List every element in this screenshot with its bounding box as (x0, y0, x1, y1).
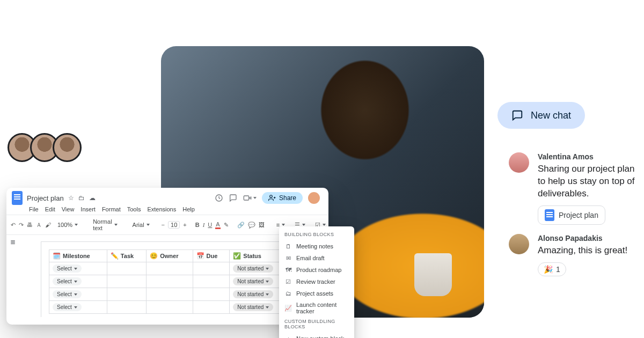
increase-font-icon[interactable]: + (183, 221, 186, 229)
reaction-chip[interactable]: 🎉 1 (538, 262, 566, 276)
milestone-select-chip[interactable]: Select (53, 303, 82, 311)
share-button[interactable]: Share (262, 192, 303, 204)
col-task: ✏️Task (107, 250, 146, 262)
menu-help[interactable]: Help (182, 206, 195, 212)
milestone-select-chip[interactable]: Select (53, 290, 82, 298)
account-avatar[interactable] (308, 192, 320, 204)
avatar[interactable] (509, 234, 529, 254)
document-title[interactable]: Project plan (27, 194, 64, 202)
message-text: Amazing, this is great! (538, 245, 627, 257)
new-chat-button[interactable]: New chat (497, 102, 585, 129)
menu-item[interactable]: ☑Review tracker (279, 276, 354, 288)
menu-item[interactable]: ✉Email draft (279, 252, 354, 264)
status-chip[interactable]: Not started (233, 290, 273, 298)
doc-attachment-chip[interactable]: Project plan (538, 205, 605, 225)
menubar: File Edit View Insert Format Tools Exten… (6, 205, 328, 215)
decrease-font-icon[interactable]: − (162, 221, 165, 229)
outline-toggle-icon[interactable]: ≣ (6, 235, 19, 325)
project-table: 🗓️Milestone ✏️Task 😊Owner 📅Due ✅Status S… (49, 249, 291, 314)
docs-logo-icon (545, 209, 554, 221)
reaction-count: 1 (556, 265, 560, 274)
menu-format[interactable]: Format (102, 206, 121, 212)
new-chat-label: New chat (531, 110, 571, 121)
menu-section-label: CUSTOM BUILDLING BLOCKS (279, 317, 354, 333)
reaction-emoji: 🎉 (544, 265, 553, 274)
milestone-select-chip[interactable]: Select (53, 264, 82, 273)
chat-message: Valentina Amos Sharing our project plan … (509, 152, 640, 225)
text-color-icon[interactable]: A (215, 221, 220, 229)
highlight-icon[interactable]: ✎ (224, 221, 229, 229)
docs-logo-icon (12, 191, 23, 205)
avatar[interactable] (53, 133, 82, 162)
underline-icon[interactable]: U (208, 221, 212, 229)
font-size-input[interactable]: 10 (168, 221, 180, 229)
menu-insert[interactable]: Insert (80, 206, 96, 212)
block-icon: ☑ (284, 278, 292, 285)
share-label: Share (279, 194, 296, 202)
chat-message: Alonso Papadakis Amazing, this is great!… (509, 234, 627, 276)
menu-section-label: BUILDLING BLOCKS (279, 230, 354, 240)
message-text: Sharing our project plan to help us stay… (538, 163, 640, 200)
menu-file[interactable]: File (29, 206, 39, 212)
chat-icon (511, 109, 523, 121)
insert-comment-icon[interactable]: 💬 (248, 221, 255, 229)
attachment-label: Project plan (559, 211, 598, 219)
insert-link-icon[interactable]: 🔗 (237, 221, 245, 229)
history-icon[interactable] (215, 194, 223, 202)
svg-point-2 (270, 195, 273, 198)
col-owner: 😊Owner (147, 250, 193, 262)
block-icon: ＋ (284, 335, 292, 338)
sender-name: Alonso Papadakis (538, 234, 627, 243)
avatar[interactable] (509, 152, 529, 173)
menu-extensions[interactable]: Extensions (147, 206, 176, 212)
bold-icon[interactable]: B (195, 221, 200, 229)
menu-item[interactable]: ＋New custom block (279, 333, 354, 338)
spellcheck-icon[interactable]: Ａ (36, 221, 42, 229)
print-icon[interactable]: 🖶 (27, 221, 33, 229)
sender-name: Valentina Amos (538, 152, 640, 161)
status-chip[interactable]: Not started (233, 303, 273, 311)
status-chip[interactable]: Not started (233, 277, 273, 285)
redo-icon[interactable]: ↷ (19, 221, 24, 229)
menu-item[interactable]: 🗒Meeting notes (279, 240, 354, 252)
star-icon[interactable]: ☆ (68, 194, 74, 202)
comment-icon[interactable] (229, 194, 237, 202)
cloud-status-icon: ☁ (89, 194, 96, 202)
undo-icon[interactable]: ↶ (11, 221, 16, 229)
style-select[interactable]: Normal text (90, 217, 120, 232)
building-blocks-menu: BUILDLING BLOCKS 🗒Meeting notes✉Email dr… (279, 226, 354, 338)
insert-image-icon[interactable]: 🖼 (259, 221, 265, 229)
block-icon: 🗂 (284, 290, 292, 297)
milestone-select-chip[interactable]: Select (53, 277, 82, 285)
status-chip[interactable]: Not started (233, 264, 273, 273)
table-row: Select Not started (49, 301, 291, 314)
table-row: Select Not started (49, 262, 291, 275)
block-icon: ✉ (284, 254, 292, 262)
menu-view[interactable]: View (62, 206, 75, 212)
menu-tools[interactable]: Tools (127, 206, 141, 212)
zoom-select[interactable]: 100% (54, 221, 81, 229)
paint-format-icon[interactable]: 🖌 (45, 221, 51, 229)
menu-item[interactable]: 📈Launch content tracker (279, 299, 354, 317)
col-due: 📅Due (193, 250, 230, 262)
menu-item[interactable]: 🗺Product roadmap (279, 264, 354, 276)
block-icon: 🗺 (284, 266, 292, 274)
col-milestone: 🗓️Milestone (49, 250, 107, 262)
meet-icon[interactable] (243, 194, 257, 202)
move-icon[interactable]: 🗀 (78, 194, 85, 202)
menu-item[interactable]: 🗂Project assets (279, 288, 354, 299)
table-row: Select Not started (49, 288, 291, 301)
font-select[interactable]: Arial (129, 221, 153, 229)
block-icon: 📈 (284, 304, 292, 312)
menu-edit[interactable]: Edit (45, 206, 55, 212)
italic-icon[interactable]: I (203, 221, 205, 229)
table-row: Select Not started (49, 275, 291, 288)
collaborator-avatars (8, 133, 82, 162)
block-icon: 🗒 (284, 243, 292, 250)
document-page: 🗓️Milestone ✏️Task 😊Owner 📅Due ✅Status S… (41, 241, 299, 317)
